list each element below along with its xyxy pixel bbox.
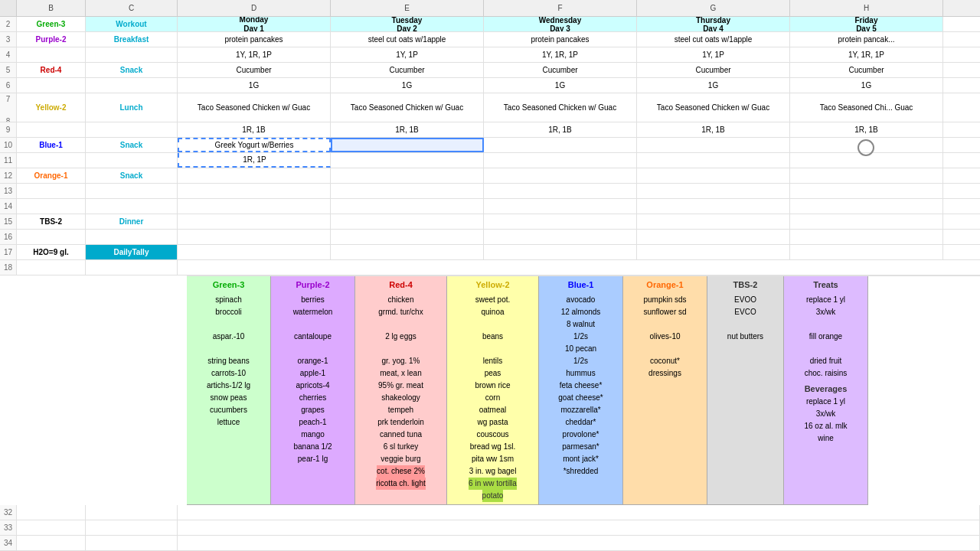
food-header-blue: Blue-1 (568, 279, 594, 292)
cell-h2[interactable]: FridayDay 5 (790, 17, 943, 31)
food-col-treats: Treats replace 1 yl 3x/wk fill orange dr… (784, 276, 868, 505)
food-col-blue: Blue-1 avocado 12 almonds 8 walnut 1/2s … (539, 276, 623, 505)
table-row: 5 Red-4 Snack Cucumber Cucumber Cucumber… (0, 63, 980, 78)
table-row: 15 TBS-2 Dinner (0, 214, 980, 230)
table-row: 78 Yellow-2 Lunch Taco Seasoned Chicken … (0, 93, 980, 122)
food-header-treats: Treats (813, 279, 838, 292)
cell-g5[interactable]: Cucumber (637, 63, 790, 77)
row-num-6: 6 (0, 78, 17, 93)
empty-rows-bottom: 32 33 34 35 (0, 505, 980, 551)
cell-b3[interactable]: Purple-2 (17, 32, 86, 47)
food-table-row (178, 260, 980, 275)
cell-d2[interactable]: MondayDay 1 (178, 17, 331, 31)
cell-d4[interactable]: 1Y, 1R, 1P (178, 47, 331, 62)
cell-h5[interactable]: Cucumber (790, 63, 943, 77)
col-header-b: B (17, 0, 86, 16)
table-row: 10 Blue-1 Snack Greek Yogurt w/Berries (0, 138, 980, 153)
table-row: 9 1R, 1B 1R, 1B 1R, 1B 1R, 1B 1R, 1B (0, 122, 980, 138)
food-header-beverages: Beverages (805, 383, 848, 396)
col-header-f: F (484, 0, 637, 16)
food-col-green: Green-3 spinach broccoli aspar.-10 strin… (187, 276, 271, 505)
cell-c5[interactable]: Snack (86, 63, 178, 77)
food-header-yellow: Yellow-2 (475, 279, 509, 292)
cell-e4[interactable]: 1Y, 1P (331, 47, 484, 62)
cell-b5[interactable]: Red-4 (17, 63, 86, 77)
row-num-3: 3 (0, 32, 17, 47)
selected-cell[interactable] (331, 138, 484, 152)
cell-g4[interactable]: 1Y, 1P (637, 47, 790, 62)
col-header-e: E (331, 0, 484, 16)
col-header-g: G (637, 0, 790, 16)
cell-b4[interactable] (17, 47, 86, 62)
row-num-2: 2 (0, 17, 17, 31)
food-col-orange: Orange-1 pumpkin sds sunflower sd olives… (623, 276, 707, 505)
grid-wrapper: B C D E F G H 2 Green-3 Workout MondayDa… (0, 0, 980, 551)
cell-c2[interactable]: Workout (86, 17, 178, 31)
table-row: 6 1G 1G 1G 1G 1G (0, 78, 980, 93)
food-header-red: Red-4 (389, 279, 413, 292)
table-row: 4 1Y, 1R, 1P 1Y, 1P 1Y, 1R, 1P 1Y, 1P 1Y… (0, 47, 980, 63)
food-categories-section: Green-3 spinach broccoli aspar.-10 strin… (187, 276, 980, 505)
cell-h4[interactable]: 1Y, 1R, 1P (790, 47, 943, 62)
row-num-4: 4 (0, 47, 17, 62)
cell-d5[interactable]: Cucumber (178, 63, 331, 77)
table-row: 12 Orange-1 Snack (0, 168, 980, 184)
table-row: 18 (0, 260, 980, 276)
table-row: 34 (0, 536, 980, 551)
cell-f3[interactable]: protein pancakes (484, 32, 637, 47)
food-col-tbs: TBS-2 EVOO EVCO nut butters (707, 276, 784, 505)
table-row: 13 (0, 184, 980, 199)
food-col-yellow: Yellow-2 sweet pot. quinoa beans lentils… (447, 276, 539, 505)
table-row: 32 (0, 505, 980, 520)
col-header-d: D (178, 0, 331, 16)
food-header-purple: Purple-2 (296, 279, 329, 292)
cell-e5[interactable]: Cucumber (331, 63, 484, 77)
table-row: 3 Purple-2 Breakfast protein pancakes st… (0, 32, 980, 47)
food-header-green: Green-3 (213, 279, 245, 292)
food-col-red: Red-4 chicken grmd. tur/chx 2 lg eggs gr… (355, 276, 447, 505)
cell-f2[interactable]: WednesdayDay 3 (484, 17, 637, 31)
table-row: 33 (0, 520, 980, 536)
row-num-7: 78 (0, 93, 17, 122)
table-row: 16 (0, 230, 980, 245)
food-header-orange: Orange-1 (646, 279, 683, 292)
cell-e2[interactable]: TuesdayDay 2 (331, 17, 484, 31)
cell-g2[interactable]: ThursdayDay 4 (637, 17, 790, 31)
cell-e3[interactable]: steel cut oats w/1apple (331, 32, 484, 47)
food-col-purple: Purple-2 berries watermelon cantaloupe o… (271, 276, 355, 505)
cell-c3[interactable]: Breakfast (86, 32, 178, 47)
cell-g3[interactable]: steel cut oats w/1apple (637, 32, 790, 47)
corner-cell (0, 0, 17, 16)
col-header-h: H (790, 0, 943, 16)
table-row: 17 H2O=9 gl. DailyTally (0, 245, 980, 260)
cell-d3[interactable]: protein pancakes (178, 32, 331, 47)
table-row: 11 1R, 1P (0, 153, 980, 168)
cell-f4[interactable]: 1Y, 1R, 1P (484, 47, 637, 62)
table-row: 2 Green-3 Workout MondayDay 1 TuesdayDay… (0, 17, 980, 32)
cell-b2[interactable]: Green-3 (17, 17, 86, 31)
cell-h3[interactable]: protein pancak... (790, 32, 943, 47)
row-num-5: 5 (0, 63, 17, 77)
cell-f5[interactable]: Cucumber (484, 63, 637, 77)
col-header-c: C (86, 0, 178, 16)
spreadsheet: B C D E F G H 2 Green-3 Workout MondayDa… (0, 0, 980, 551)
table-row: 14 (0, 199, 980, 214)
cell-c4[interactable] (86, 47, 178, 62)
food-header-tbs: TBS-2 (733, 279, 758, 292)
